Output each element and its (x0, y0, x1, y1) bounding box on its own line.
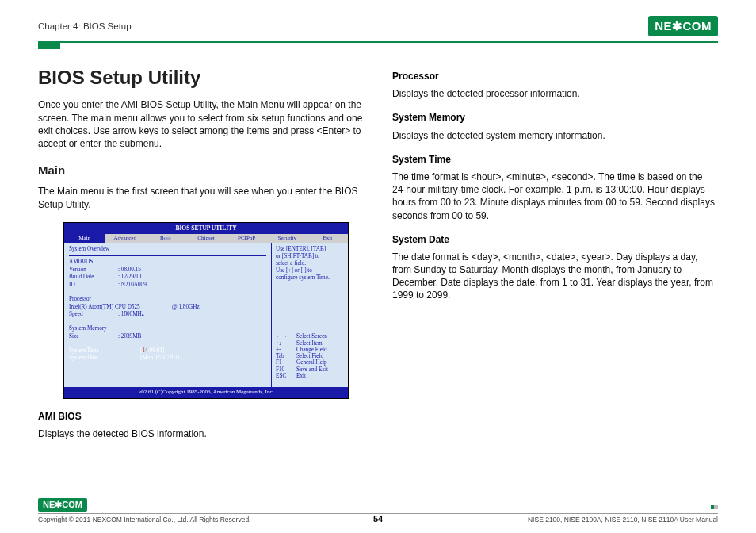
bios-systime-value: [14:06:01] (140, 347, 164, 355)
amibios-heading: AMI BIOS (38, 410, 364, 423)
bios-tab-security: Security (267, 234, 307, 243)
bios-nav-keys: ←→Select Screen ↑↓Select Item +-Change F… (276, 333, 344, 379)
bios-tab-pcipnp: PCIPnP (227, 234, 267, 243)
bios-tabs: Main Advanced Boot Chipset PCIPnP Securi… (64, 234, 348, 243)
processor-heading: Processor (392, 70, 718, 82)
systime-text: The time format is <hour>, <minute>, <se… (392, 171, 718, 222)
bios-processor: Processor (69, 296, 266, 304)
amibios-text: Displays the detected BIOS information. (38, 428, 364, 440)
bios-sysdate-label: System Date (69, 355, 140, 362)
footer-brand-logo: NE✱COM (38, 498, 87, 512)
header-rule (38, 41, 718, 43)
bios-amibios: AMIBIOS (69, 259, 266, 266)
bios-screenshot: BIOS SETUP UTILITY Main Advanced Boot Ch… (63, 222, 349, 399)
bios-memory: System Memory (69, 325, 266, 333)
page-number: 54 (373, 514, 383, 523)
brand-logo: NE✱COM (648, 16, 718, 36)
page-title: BIOS Setup Utility (38, 65, 364, 90)
sysdate-heading: System Date (392, 233, 718, 246)
main-heading: Main (38, 163, 364, 178)
bios-systime-label: System Time (69, 347, 140, 355)
main-text: The Main menu is the first screen that y… (38, 185, 364, 210)
models-text: NISE 2100, NISE 2100A, NISE 2110, NISE 2… (528, 516, 718, 523)
bios-right-pane: Use [ENTER], [TAB] or [SHIFT-TAB] to sel… (272, 243, 348, 387)
footer-decoration-icon (711, 500, 718, 512)
memory-heading: System Memory (392, 111, 718, 124)
processor-text: Displays the detected processor informat… (392, 87, 718, 100)
bios-tab-chipset: Chipset (185, 234, 226, 243)
bios-overview: System Overview (69, 246, 266, 256)
sysdate-text: The date format is <day>, <month>, <date… (392, 251, 718, 302)
bios-tab-advanced: Advanced (105, 234, 145, 243)
bios-title: BIOS SETUP UTILITY (64, 223, 348, 234)
copyright-text: Copyright © 2011 NEXCOM International Co… (38, 516, 250, 523)
chapter-label: Chapter 4: BIOS Setup (38, 21, 132, 31)
bios-footer: v02.61 (C)Copyright 1985-2006, American … (64, 387, 348, 397)
bios-sysdate-value: [Mon 02/07/2011] (140, 355, 182, 362)
intro-text: Once you enter the AMI BIOS Setup Utilit… (38, 98, 364, 150)
bios-tab-main: Main (64, 234, 105, 243)
page-footer: NE✱COM 54 Copyright © 2011 NEXCOM Intern… (38, 498, 718, 523)
bios-tab-exit: Exit (307, 234, 348, 243)
memory-text: Displays the detected system memory info… (392, 129, 718, 142)
bios-left-pane: System Overview AMIBIOS Version: 08.00.1… (64, 243, 272, 387)
systime-heading: System Time (392, 153, 718, 166)
bios-tab-boot: Boot (145, 234, 185, 243)
